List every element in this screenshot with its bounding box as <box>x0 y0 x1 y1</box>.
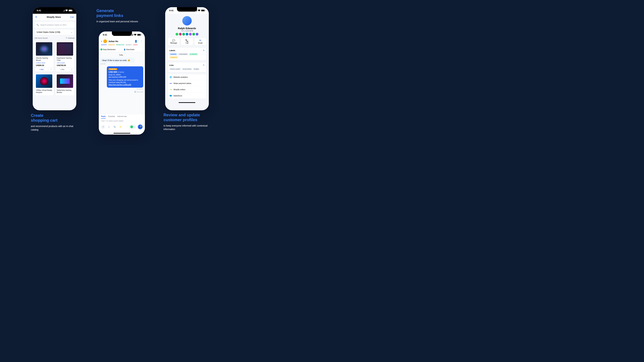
product-stock: 148 in stock <box>57 62 73 64</box>
instagram-icon[interactable] <box>179 33 182 35</box>
product-name: StellarView Gaming Monitor <box>57 89 73 93</box>
add-button[interactable]: + Add <box>34 67 48 71</box>
profile-avatar <box>182 16 192 25</box>
product-name: Velocity Gaming Mouse <box>36 57 52 61</box>
product-card[interactable]: ErgoGamer Gaming Chair 148 in stock US$7… <box>55 41 75 71</box>
product-stock: 2,048 in stock <box>36 62 52 64</box>
caption-profile: Review and update customer profiles to k… <box>164 113 212 131</box>
phone-chat: 9:41 ‹ Julian Ho 👤⁺ ⋮ SHOPIFY PREMIUM PR… <box>99 31 145 135</box>
reply-input[interactable]: Type '/' to select saved replies <box>99 119 145 123</box>
list-chip[interactable]: Brand Loyalist <box>170 68 181 70</box>
list-chip[interactable]: Social Media <box>182 68 192 70</box>
add-user-icon[interactable]: 👤⁺ <box>134 40 138 42</box>
tab-schedule[interactable]: Schedule <box>108 115 115 119</box>
search-placeholder: Search product name or SKU <box>40 24 66 26</box>
integration-item[interactable]: 🌐Website analytics› <box>168 74 206 80</box>
status-icons <box>194 9 205 11</box>
integration-item[interactable]: 🛍Shopify orders› <box>168 86 206 93</box>
label-chip[interactable]: E-SPORTS <box>189 53 198 55</box>
lists-card: Lists✎ Brand Loyalist Social Media Budge… <box>168 62 206 72</box>
product-card[interactable]: StellarView Gaming Monitor <box>55 73 75 96</box>
label-chip[interactable]: CONSOLE <box>170 56 178 59</box>
close-icon[interactable]: ✕ <box>35 15 37 18</box>
list-chip[interactable]: Budget <box>193 68 200 70</box>
tag: PREMIUM <box>108 44 115 45</box>
product-name: ErgoGamer Gaming Chair <box>57 57 73 61</box>
share-icon[interactable]: ⤴ <box>48 67 54 71</box>
label-chip[interactable]: GAMERS <box>170 53 177 55</box>
avatar <box>103 39 107 43</box>
integration-item[interactable]: Stripe payment status› <box>168 80 206 86</box>
payment-link: pay.eazybuy.co/Bhca86 <box>108 76 142 78</box>
whatsapp-icon <box>130 125 133 128</box>
attachment-icon[interactable]: 📎 <box>112 125 116 129</box>
agent-select[interactable]: 👤 Eina Grant ⌄ <box>122 47 145 52</box>
line-icon[interactable] <box>192 33 195 35</box>
status-time: 9:41 <box>103 33 107 36</box>
chat-header: ‹ Julian Ho 👤⁺ ⋮ SHOPIFY PREMIUM PROMOTI… <box>99 38 145 47</box>
integration-item[interactable]: Salesforce› <box>168 93 206 99</box>
product-image <box>57 74 73 88</box>
whatsapp-send-select[interactable]: ⌄ <box>129 125 136 129</box>
message-time: 4:35 PM <box>100 63 143 65</box>
channel-select[interactable]: Eazy Electronics ⌄ <box>99 47 122 52</box>
product-image <box>57 42 73 56</box>
whatsapp-icon[interactable] <box>176 33 178 35</box>
search-input[interactable]: 🔍 Search product name or SKU <box>34 22 75 28</box>
add-button[interactable]: + Add <box>55 67 69 71</box>
caption-title: Review and update customer profiles <box>164 113 212 122</box>
call-button[interactable]: 📞Call <box>181 37 193 45</box>
edit-icon[interactable]: ✎ <box>203 64 204 66</box>
message-icon: 💬 <box>168 39 179 42</box>
card-title: Labels <box>170 49 175 51</box>
messenger-icon[interactable] <box>189 33 192 35</box>
product-card[interactable]: Velocity Gaming Mouse 2,048 in stock US$… <box>34 41 54 71</box>
chevron-right-icon: › <box>204 89 204 90</box>
caption-payment: Generate payment links in organized team… <box>96 8 145 23</box>
channel-selectors: Eazy Electronics ⌄ 👤 Eina Grant ⌄ <box>99 47 145 52</box>
more-icon[interactable]: ⋮ <box>140 40 142 42</box>
chevron-right-icon: › <box>204 82 204 84</box>
caption-shopping: Create shopping cart and recommend produ… <box>31 113 80 132</box>
profile-body: Ralph Edwards +971 1234 5678 💬Message 📞C… <box>165 14 209 110</box>
telegram-icon[interactable] <box>186 33 188 35</box>
date-separator: Today ⌄ <box>118 54 126 56</box>
email-button[interactable]: ✉Email <box>194 37 206 45</box>
payment-url[interactable]: https://pay.eazybuy.co/Bhca86 <box>108 84 131 86</box>
message-button[interactable]: 💬Message <box>168 37 180 45</box>
plus-icon[interactable]: + <box>101 125 105 129</box>
avatar <box>134 91 136 93</box>
share-icon[interactable]: ⤴ <box>69 67 74 71</box>
shopify-header: ✕ Shopify Store Cart <box>33 14 76 20</box>
status-bar: 9:41 <box>165 7 209 14</box>
cart-button[interactable]: Cart <box>70 16 74 18</box>
stripe-icon <box>170 82 172 85</box>
mic-button[interactable]: 🎤 <box>138 124 142 129</box>
product-price: US$700.00 <box>57 64 73 66</box>
product-image <box>36 74 52 88</box>
label-chip[interactable]: STREAMERS <box>178 53 188 55</box>
wechat-icon[interactable] <box>182 33 185 35</box>
magic-icon[interactable]: ✨ <box>118 125 122 129</box>
shopify-icon: 🛍 <box>170 88 172 91</box>
tab-note[interactable]: Internal note <box>118 115 127 119</box>
contact-name: Julian Ho <box>108 40 133 42</box>
home-indicator <box>114 133 130 134</box>
back-icon[interactable]: ‹ <box>101 40 102 43</box>
tab-reply[interactable]: Reply <box>101 115 106 119</box>
viber-icon[interactable] <box>196 33 198 35</box>
chevron-down-icon: ⌄ <box>142 49 143 50</box>
message-outgoing: TO BE PAID US$ 600 (2 items) Order ID: #… <box>107 66 143 88</box>
bookmark-icon[interactable]: ⎕ <box>107 125 111 129</box>
order-id: Order ID: #0033 <box>108 74 142 76</box>
chevron-right-icon: › <box>204 95 204 97</box>
currency-label: United States Dollar (US$) <box>36 31 60 33</box>
product-card[interactable]: VRMax Virtual Reality Headset <box>34 73 54 96</box>
payment-badge: TO BE PAID <box>108 68 117 70</box>
currency-select[interactable]: United States Dollar (US$) ⌄ <box>34 29 75 35</box>
chat-body: Today ⌄ Okay! I'll like to place an orde… <box>99 52 145 116</box>
chat-toolbar: + ⎕ 📎 ✨ ⌄ 🎤 <box>99 123 145 132</box>
refresh-button[interactable]: ↻ Refresh <box>66 37 75 39</box>
edit-icon[interactable]: ✎ <box>203 49 204 52</box>
status-time: 9:41 <box>37 9 41 12</box>
